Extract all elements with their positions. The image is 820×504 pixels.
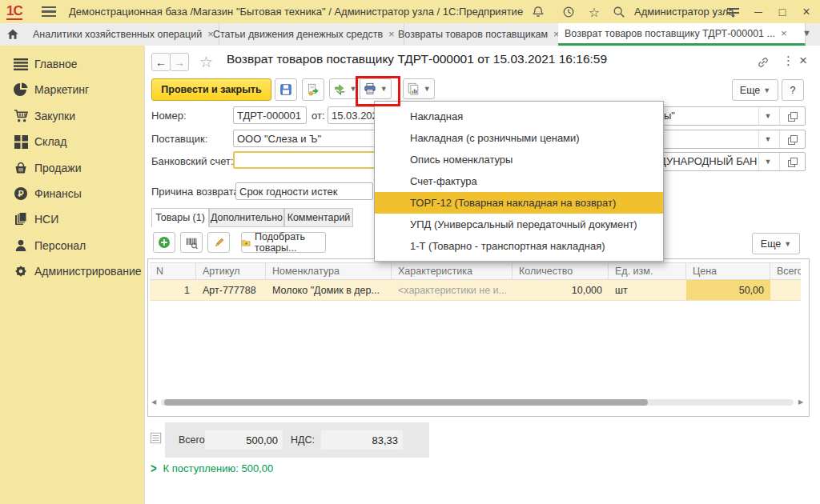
scroll-right-icon[interactable]: ▶: [798, 398, 803, 406]
open-folder-icon: [242, 237, 251, 249]
row-cell-total[interactable]: [770, 280, 801, 301]
tab-cashflow-items[interactable]: Статьи движения денежных средств ×: [207, 23, 404, 45]
minimize-button[interactable]: ─: [751, 5, 766, 19]
notifications-bell-icon[interactable]: [530, 4, 546, 20]
kebab-menu-icon[interactable]: ⋮: [782, 54, 794, 68]
col-header-price[interactable]: Цена: [686, 262, 770, 280]
1c-logo-icon: 1С: [6, 3, 22, 20]
sidebar-item-marketing[interactable]: Маркетинг: [0, 81, 144, 98]
return-reason-input[interactable]: Срок годности истек: [235, 182, 373, 200]
menu-item-nakladnaya[interactable]: Накладная: [375, 106, 663, 127]
row-cell-quantity[interactable]: 10,000: [512, 280, 609, 301]
col-header-n[interactable]: N: [150, 262, 196, 280]
sidebar-item-administration[interactable]: Администрирование: [0, 262, 144, 280]
open-value-icon[interactable]: [779, 153, 804, 170]
row-cell-characteristic[interactable]: <характеристики не и...: [392, 280, 512, 301]
tab-goods[interactable]: Товары (1): [151, 208, 209, 227]
open-value-icon[interactable]: [779, 130, 804, 148]
close-window-button[interactable]: ×: [799, 5, 814, 19]
post-and-close-button[interactable]: Провести и закрыть: [151, 78, 271, 101]
bank-account-label: Банковский счет:: [151, 155, 234, 167]
menu-item-schet-faktura[interactable]: Счет-фактура: [375, 170, 663, 192]
scrollbar-thumb[interactable]: [164, 399, 648, 406]
sidebar-item-warehouse[interactable]: Склад: [0, 133, 144, 150]
tab-returns-list[interactable]: Возвраты товаров поставщикам ×: [392, 23, 571, 45]
row-cell-article[interactable]: Арт-777788: [196, 280, 266, 301]
svg-text:Р: Р: [18, 189, 24, 198]
vat-value: 83,33: [321, 430, 403, 450]
col-header-article[interactable]: Артикул: [196, 262, 266, 280]
current-user-label[interactable]: Администратор узла: [634, 6, 734, 18]
totals-list-icon[interactable]: [150, 432, 162, 446]
items-more-button[interactable]: Еще▼: [752, 233, 800, 254]
print-dropdown-menu: Накладная Накладная (с розничными ценами…: [374, 101, 664, 262]
tab-close-icon[interactable]: ×: [781, 27, 787, 39]
menu-item-1t[interactable]: 1-Т (Товарно - транспортная накладная): [375, 235, 663, 257]
col-header-unit[interactable]: Ед. изм.: [609, 262, 686, 280]
sidebar-item-personnel[interactable]: Персонал: [0, 237, 144, 254]
favorite-star-icon[interactable]: ☆: [199, 53, 213, 71]
col-header-characteristic[interactable]: Характеристика: [392, 262, 512, 280]
pick-goods-button[interactable]: Подобрать товары...: [241, 232, 326, 253]
sidebar-item-nsi[interactable]: НСИ: [0, 210, 144, 228]
history-icon[interactable]: [561, 4, 577, 20]
sidebar-item-label: Продажи: [34, 162, 81, 174]
row-cell-nomenclature[interactable]: Молоко "Домик в дер...: [266, 280, 392, 301]
warehouse-field[interactable]: " ▼: [656, 130, 806, 149]
barcode-scan-button[interactable]: [180, 232, 203, 253]
chevron-down-icon[interactable]: ▼: [758, 130, 777, 148]
horizontal-scrollbar[interactable]: ◀ ▶: [150, 397, 805, 407]
row-cell-unit[interactable]: шт: [609, 280, 686, 301]
reports-button[interactable]: ▼: [403, 78, 435, 99]
favorites-star-icon[interactable]: ☆: [586, 4, 602, 20]
close-document-icon[interactable]: ×: [799, 53, 807, 69]
open-value-icon[interactable]: [779, 107, 804, 125]
tab-comment[interactable]: Комментарий: [284, 208, 353, 227]
document-form: ← → ☆ Возврат товаров поставщику ТДРТ-00…: [144, 46, 820, 504]
document-title: Возврат товаров поставщику ТДРТ-000001 о…: [227, 52, 607, 66]
menu-item-opis[interactable]: Опись номенклатуры: [375, 149, 663, 170]
menu-lines-icon: [13, 56, 29, 72]
link-icon[interactable]: [757, 56, 770, 71]
tab-list-dropdown-icon[interactable]: ▼: [802, 28, 811, 38]
sidebar-item-finance[interactable]: Р Финансы: [0, 185, 144, 202]
edit-row-button[interactable]: [207, 232, 230, 253]
col-header-total[interactable]: Всего: [770, 262, 801, 280]
row-cell-n[interactable]: 1: [150, 280, 196, 301]
back-button[interactable]: ←: [151, 53, 171, 71]
sidebar-item-sales[interactable]: Продажи: [0, 159, 144, 177]
toolbar-more-button[interactable]: Еще▼: [732, 79, 778, 101]
tab-additional[interactable]: Дополнительно: [209, 208, 284, 227]
tab-analytics[interactable]: Аналитики хозяйственных операций ×: [26, 23, 219, 45]
forward-button[interactable]: →: [170, 53, 189, 71]
supplier-label: Поставщик:: [151, 133, 207, 145]
organization-field[interactable]: ты" ▼: [656, 106, 806, 126]
sidebar-item-main[interactable]: Главное: [0, 55, 144, 73]
col-header-nomenclature[interactable]: Номенклатура: [266, 262, 392, 280]
save-button[interactable]: [275, 78, 297, 101]
menu-item-nakladnaya-retail[interactable]: Накладная (с розничными ценами): [375, 127, 663, 149]
counterparty-bank-field[interactable]: ДУНАРОДНЫЙ БАНК РА ▼: [656, 152, 806, 171]
menu-item-upd[interactable]: УПД (Универсальный передаточный документ…: [375, 214, 663, 235]
post-document-button[interactable]: [302, 78, 324, 101]
receipt-link-label: К поступлению: 500,00: [163, 462, 274, 474]
add-row-button[interactable]: [153, 232, 175, 253]
help-button[interactable]: ?: [782, 79, 804, 101]
grid-blocks-icon: [13, 134, 29, 150]
main-menu-icon[interactable]: [42, 6, 56, 17]
maximize-button[interactable]: □: [775, 5, 790, 19]
menu-item-torg12-highlighted[interactable]: ТОРГ-12 (Товарная накладная на возврат): [375, 192, 663, 214]
receipt-expand-link[interactable]: > К поступлению: 500,00: [151, 462, 273, 474]
tab-return-document[interactable]: Возврат товаров поставщику ТДРТ-000001 .…: [558, 23, 806, 46]
row-cell-price[interactable]: 50,00: [686, 280, 770, 301]
functions-menu-icon[interactable]: [725, 4, 741, 20]
search-icon[interactable]: [611, 4, 627, 20]
scroll-left-icon[interactable]: ◀: [151, 398, 156, 406]
col-header-quantity[interactable]: Количество: [512, 262, 609, 280]
sidebar-item-label: Склад: [34, 135, 67, 148]
home-tab[interactable]: [0, 23, 26, 46]
sidebar-item-purchases[interactable]: Закупки: [0, 107, 144, 125]
chevron-down-icon[interactable]: ▼: [758, 107, 777, 125]
chevron-down-icon[interactable]: ▼: [758, 153, 777, 170]
number-input[interactable]: ТДРТ-000001: [233, 106, 307, 124]
